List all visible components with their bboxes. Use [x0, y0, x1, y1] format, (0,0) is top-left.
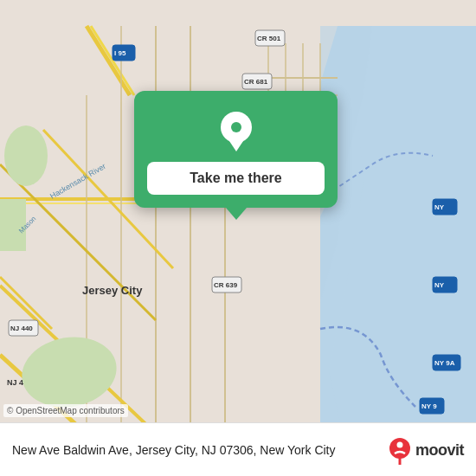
location-pin-icon	[221, 112, 252, 150]
svg-text:NY 9: NY 9	[421, 402, 437, 410]
svg-text:CR 681: CR 681	[244, 78, 268, 86]
svg-point-31	[4, 125, 48, 186]
popup-icon-wrap	[214, 108, 259, 153]
moovit-logo: moovit	[388, 437, 464, 465]
svg-text:CR 639: CR 639	[214, 281, 238, 289]
map-container: NJ 440 Hackensack River CR 501 CR 681	[0, 0, 476, 476]
popup-card: Take me there	[134, 91, 338, 208]
svg-text:CR 501: CR 501	[257, 35, 281, 42]
address-container: New Ave Baldwin Ave, Jersey City, NJ 073…	[12, 442, 388, 460]
bottom-bar: New Ave Baldwin Ave, Jersey City, NJ 073…	[0, 422, 476, 476]
svg-text:NY 9A: NY 9A	[434, 359, 455, 367]
svg-text:Jersey City: Jersey City	[82, 284, 143, 297]
address-text: New Ave Baldwin Ave, Jersey City, NJ 073…	[12, 442, 388, 460]
svg-point-55	[396, 441, 402, 447]
svg-text:NJ 440: NJ 440	[10, 325, 33, 332]
osm-attribution: © OpenStreetMap contributors	[3, 404, 128, 417]
moovit-text: moovit	[415, 441, 464, 460]
moovit-icon-svg	[388, 437, 412, 465]
svg-text:NY: NY	[434, 281, 445, 289]
svg-text:I 95: I 95	[114, 49, 126, 57]
svg-point-54	[389, 438, 410, 459]
popup-pointer	[226, 208, 247, 220]
svg-text:NY: NY	[434, 203, 445, 211]
take-me-there-button[interactable]: Take me there	[147, 162, 325, 195]
